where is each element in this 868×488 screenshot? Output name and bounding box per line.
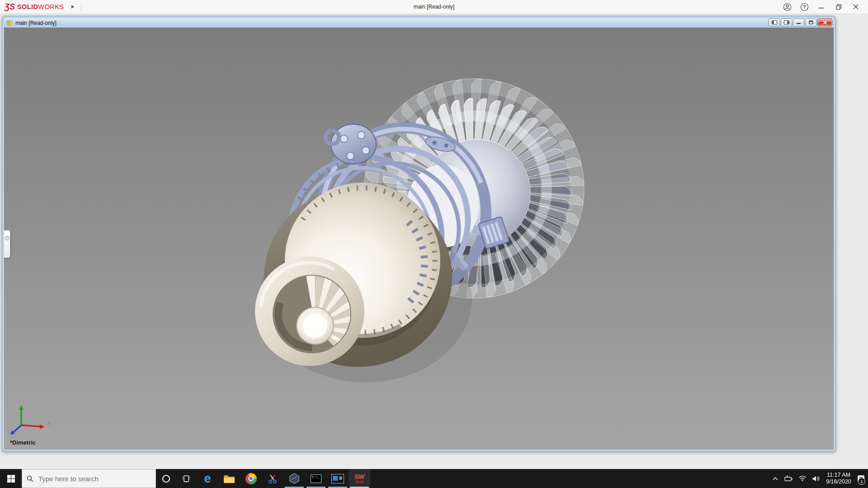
graphics-viewport[interactable]: Y X *Dimetric [4,28,834,450]
remote-window-icon [331,474,344,483]
windows-logo-icon [7,475,15,483]
scissors-icon [268,474,278,483]
featuremanager-collapsed-tab[interactable] [4,230,10,258]
command-prompt-icon: C:\_ [311,474,321,483]
triad-y-label: Y [20,404,23,409]
triad-x-label: X [48,421,51,426]
cortana-button[interactable] [156,469,176,488]
tray-date: 9/16/2020 [826,479,851,485]
document-titlebar[interactable]: main [Read-only] [4,18,834,28]
chrome-icon [245,473,257,484]
svg-text:?: ? [803,4,806,9]
solidworks-logo-mark: ƷS [5,3,15,11]
system-tray: 11:17 AM 9/16/2020 1 [769,469,868,488]
document-title: main [Read-only] [15,20,57,26]
featuremanager-tab-icon [5,236,9,240]
file-explorer-icon [223,474,235,483]
taskbar-app-file-explorer[interactable] [218,469,240,488]
cortana-icon [162,474,170,483]
taskbar-app-edge[interactable]: e [197,469,218,488]
document-window-controls [769,19,832,26]
taskbar-app-command-prompt[interactable]: C:\_ [305,469,327,488]
volume-icon[interactable] [809,469,823,488]
doc-minimize-button[interactable] [793,19,804,26]
hexagon-app-icon [289,473,300,484]
taskbar-search[interactable] [22,469,156,488]
start-button[interactable] [0,469,22,488]
doc-restore-button[interactable] [805,19,816,26]
desktop: ƷS SOLIDWORKS main [Read-only] ? [0,0,868,488]
solidworks-logo: ƷS SOLIDWORKS [0,3,64,11]
orientation-triad: Y X [8,404,57,440]
solidworks-logo-text: SOLIDWORKS [17,4,64,10]
show-right-pane-button[interactable] [781,19,792,26]
taskbar-app-chrome[interactable] [240,469,262,488]
account-icon[interactable] [778,0,796,14]
document-window: main [Read-only] [2,16,835,451]
minimize-button[interactable] [813,0,830,14]
taskbar-app-remote-window[interactable] [327,469,349,488]
search-input[interactable] [38,474,143,483]
edge-icon: e [204,473,211,485]
menu-flyout-arrow-icon[interactable] [71,5,75,9]
app-title: main [Read-only] [0,0,868,14]
view-orientation-label: *Dimetric [10,439,36,446]
notification-badge: 1 [858,478,865,485]
taskbar-app-edrawings[interactable] [283,469,305,488]
doc-close-button[interactable] [817,19,832,26]
titlebar-divider [81,2,81,11]
battery-icon[interactable] [782,469,796,488]
taskbar-app-solidworks[interactable]: SW 2020 [349,469,370,488]
help-icon[interactable]: ? [796,0,813,14]
taskbar-app-snipping-tool[interactable] [262,469,283,488]
engine-model[interactable] [4,28,834,450]
tray-chevron-icon[interactable] [769,469,782,488]
show-left-pane-button[interactable] [769,19,780,26]
tray-clock[interactable]: 11:17 AM 9/16/2020 [823,469,854,488]
assembly-document-icon [6,19,13,27]
app-titlebar: ƷS SOLIDWORKS main [Read-only] ? [0,0,868,14]
solidworks-app-icon: SW 2020 [354,474,365,484]
search-icon [27,475,33,482]
restore-button[interactable] [830,0,847,14]
task-view-icon [182,475,190,482]
close-button[interactable] [847,0,864,14]
app-window-controls: ? [778,0,868,14]
taskbar: e [0,469,868,488]
wifi-icon[interactable] [796,469,809,488]
task-view-button[interactable] [176,469,197,488]
action-center-button[interactable]: 1 [854,469,868,488]
tray-time: 11:17 AM [827,472,850,479]
